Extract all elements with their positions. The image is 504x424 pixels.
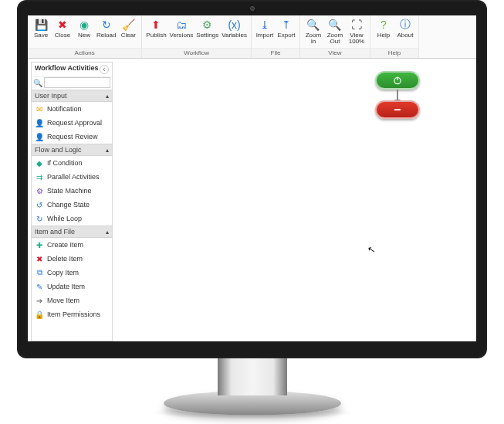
activity-item[interactable]: ⇉Parallel Activities <box>32 170 112 184</box>
stand-neck <box>218 355 287 395</box>
import-button[interactable]: ⤓Import <box>254 17 276 48</box>
reload-button[interactable]: ↻Reload <box>95 17 117 48</box>
monitor-frame: 💾Save✖Close◉New↻Reload🧹ClearActions⬆Publ… <box>0 0 504 424</box>
zoom-out-icon: 🔍 <box>328 18 342 32</box>
import-button-label: Import <box>256 32 274 39</box>
publish-button-label: Publish <box>146 32 166 39</box>
reload-icon: ↻ <box>100 18 113 32</box>
caret-up-icon: ▴ <box>106 229 109 236</box>
content-area: Workflow Activities ‹ 🔍 User Input▴✉Noti… <box>28 59 476 341</box>
about-button[interactable]: ⓘAbout <box>394 17 416 48</box>
view-100-button[interactable]: ⛶View 100% <box>346 17 367 48</box>
activity-item[interactable]: ◆If Condition <box>32 156 112 170</box>
activity-item[interactable]: 🔒Item Permissions <box>32 307 112 321</box>
save-button[interactable]: 💾Save <box>30 17 52 48</box>
variables-icon: (x) <box>228 18 242 32</box>
save-icon: 💾 <box>34 18 48 32</box>
clear-button[interactable]: 🧹Clear <box>117 17 139 48</box>
help-button-label: Help <box>377 32 390 39</box>
close-button[interactable]: ✖Close <box>52 17 73 48</box>
ribbon-group-title: View <box>300 48 370 58</box>
activity-label: Change State <box>47 201 90 209</box>
activity-item[interactable]: ✉Notification <box>32 102 112 116</box>
publish-button[interactable]: ⬆Publish <box>144 17 167 48</box>
activity-item[interactable]: 👤Request Review <box>32 130 112 144</box>
workflow-canvas[interactable]: ↖ <box>113 59 476 341</box>
activities-list[interactable]: User Input▴✉Notification👤Request Approva… <box>32 90 112 341</box>
view-100-button-label: View 100% <box>349 32 364 45</box>
zoom-out-button[interactable]: 🔍Zoom Out <box>324 17 346 48</box>
clear-button-label: Clear <box>121 32 136 39</box>
activity-label: Update Item <box>47 283 85 290</box>
ribbon-group-actions: 💾Save✖Close◉New↻Reload🧹ClearActions <box>28 15 142 58</box>
activities-search-input[interactable] <box>44 77 110 88</box>
search-icon: 🔍 <box>33 79 42 87</box>
category-header[interactable]: Item and File▴ <box>32 226 112 238</box>
request-review-icon: 👤 <box>35 132 44 141</box>
export-button-label: Export <box>277 32 295 39</box>
ribbon-group-view: 🔍Zoom In🔍Zoom Out⛶View 100%View <box>300 15 370 58</box>
update-item-icon: ✎ <box>35 282 44 291</box>
settings-button[interactable]: ⚙Settings <box>194 17 220 48</box>
activity-label: While Loop <box>47 215 82 222</box>
if-condition-icon: ◆ <box>35 158 44 168</box>
activities-panel-header: Workflow Activities ‹ <box>32 63 112 77</box>
activity-label: Request Review <box>47 133 98 141</box>
versions-button[interactable]: 🗂Versions <box>168 17 195 48</box>
start-node[interactable] <box>375 71 420 90</box>
activity-item[interactable]: ⚙State Machine <box>32 184 112 198</box>
activity-label: If Condition <box>47 159 83 167</box>
ribbon-group-help: ?HelpⓘAboutHelp <box>370 15 419 58</box>
activity-item[interactable]: ✖Delete Item <box>32 252 112 266</box>
activity-item[interactable]: ⧉Copy Item <box>32 266 112 280</box>
new-button[interactable]: ◉New <box>73 17 95 48</box>
app-window: 💾Save✖Close◉New↻Reload🧹ClearActions⬆Publ… <box>28 15 476 341</box>
activity-label: Create Item <box>47 241 83 249</box>
category-header[interactable]: User Input▴ <box>32 90 112 102</box>
activity-label: Copy Item <box>47 269 79 276</box>
state-machine-icon: ⚙ <box>35 186 44 195</box>
activity-item[interactable]: ↻While Loop <box>32 212 112 226</box>
activity-label: Item Permissions <box>47 310 100 318</box>
publish-icon: ⬆ <box>149 18 163 32</box>
ribbon-group-workflow: ⬆Publish🗂Versions⚙Settings(x)VariablesWo… <box>142 15 252 58</box>
about-button-label: About <box>397 32 414 39</box>
connector-line <box>397 90 398 100</box>
activity-item[interactable]: ✚Create Item <box>32 238 112 252</box>
monitor-bezel: 💾Save✖Close◉New↻Reload🧹ClearActions⬆Publ… <box>17 0 487 358</box>
reload-button-label: Reload <box>96 32 116 39</box>
power-icon <box>392 75 403 86</box>
end-node[interactable] <box>375 100 420 119</box>
category-header[interactable]: Flow and Logic▴ <box>32 144 112 156</box>
activity-item[interactable]: ➔Move Item <box>32 293 112 307</box>
variables-button[interactable]: (x)Variables <box>220 17 249 48</box>
settings-button-label: Settings <box>196 32 218 39</box>
ribbon-group-title: Help <box>370 48 418 58</box>
close-button-label: Close <box>55 32 70 39</box>
new-button-label: New <box>78 32 90 39</box>
zoom-out-button-label: Zoom Out <box>327 32 343 45</box>
activities-panel-title: Workflow Activities <box>35 65 99 73</box>
create-item-icon: ✚ <box>35 240 44 249</box>
activity-item[interactable]: 👤Request Approval <box>32 116 112 130</box>
save-button-label: Save <box>34 32 48 39</box>
parallel-activities-icon: ⇉ <box>35 172 44 181</box>
export-button[interactable]: ⤒Export <box>276 17 297 48</box>
activity-label: Parallel Activities <box>47 173 100 181</box>
zoom-in-icon: 🔍 <box>306 18 320 32</box>
help-button[interactable]: ?Help <box>373 17 394 48</box>
category-label: User Input <box>35 92 67 100</box>
activity-item[interactable]: ↺Change State <box>32 198 112 212</box>
close-icon: ✖ <box>56 18 69 32</box>
ribbon-group-title: File <box>252 48 299 58</box>
about-icon: ⓘ <box>398 18 412 32</box>
category-label: Item and File <box>35 228 75 236</box>
collapse-panel-button[interactable]: ‹ <box>100 65 109 74</box>
category-label: Flow and Logic <box>35 146 82 154</box>
while-loop-icon: ↻ <box>35 214 44 223</box>
request-approval-icon: 👤 <box>35 118 44 127</box>
activity-item[interactable]: ✎Update Item <box>32 280 112 293</box>
zoom-in-button[interactable]: 🔍Zoom In <box>303 17 324 48</box>
import-icon: ⤓ <box>258 18 272 32</box>
export-icon: ⤒ <box>279 18 293 32</box>
